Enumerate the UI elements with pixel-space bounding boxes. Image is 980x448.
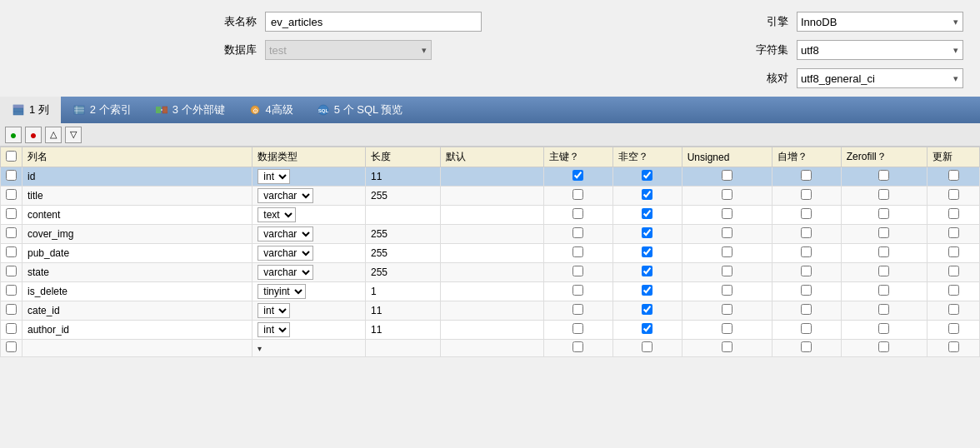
row-length-input[interactable] xyxy=(371,190,404,202)
row-primary-checkbox[interactable] xyxy=(572,189,583,200)
row-length-input[interactable] xyxy=(371,171,404,182)
row-default-input[interactable] xyxy=(446,305,496,316)
row-primary-checkbox[interactable] xyxy=(572,285,583,296)
row-notnull-checkbox[interactable] xyxy=(642,208,652,219)
row-notnull-checkbox[interactable] xyxy=(642,170,652,181)
row-type-select[interactable]: int xyxy=(258,169,290,184)
row-default-input[interactable] xyxy=(446,286,496,297)
row-autoincrement-checkbox[interactable] xyxy=(801,170,812,181)
row-autoincrement-checkbox[interactable] xyxy=(801,341,812,352)
move-down-button[interactable]: ▽ xyxy=(65,127,82,143)
row-default-input[interactable] xyxy=(446,266,496,278)
row-checkbox[interactable] xyxy=(6,285,17,296)
row-primary-checkbox[interactable] xyxy=(572,323,583,334)
row-primary-checkbox[interactable] xyxy=(572,304,583,315)
row-primary-checkbox[interactable] xyxy=(572,170,583,181)
row-checkbox[interactable] xyxy=(6,189,17,200)
row-unsigned-checkbox[interactable] xyxy=(722,208,732,219)
row-notnull-checkbox[interactable] xyxy=(642,227,652,238)
row-notnull-checkbox[interactable] xyxy=(642,246,652,257)
row-default-input[interactable] xyxy=(446,171,496,182)
row-length-input[interactable] xyxy=(371,305,404,316)
row-primary-checkbox[interactable] xyxy=(572,246,583,257)
row-name-input[interactable] xyxy=(28,228,247,240)
row-type-select[interactable]: tinyint xyxy=(258,284,306,299)
row-default-input[interactable] xyxy=(446,190,496,202)
row-default-input[interactable] xyxy=(446,342,496,354)
row-primary-checkbox[interactable] xyxy=(572,266,583,276)
row-zerofill-checkbox[interactable] xyxy=(878,208,889,219)
row-name-input[interactable] xyxy=(28,324,247,336)
row-unsigned-checkbox[interactable] xyxy=(722,227,732,238)
row-notnull-checkbox[interactable] xyxy=(642,285,652,296)
tab-indexes[interactable]: 2 个索引 xyxy=(61,97,143,123)
row-notnull-checkbox[interactable] xyxy=(642,189,652,200)
row-update-checkbox[interactable] xyxy=(948,266,959,276)
row-name-input[interactable] xyxy=(28,286,247,297)
row-update-checkbox[interactable] xyxy=(948,170,959,181)
row-default-input[interactable] xyxy=(446,228,496,240)
row-update-checkbox[interactable] xyxy=(948,341,959,352)
row-type-select[interactable]: int xyxy=(258,303,290,318)
row-default-input[interactable] xyxy=(446,247,496,259)
row-update-checkbox[interactable] xyxy=(948,323,959,334)
row-autoincrement-checkbox[interactable] xyxy=(801,208,812,219)
row-autoincrement-checkbox[interactable] xyxy=(801,285,812,296)
row-checkbox[interactable] xyxy=(6,341,17,352)
row-autoincrement-checkbox[interactable] xyxy=(801,246,812,257)
row-zerofill-checkbox[interactable] xyxy=(878,189,889,200)
row-name-input[interactable] xyxy=(28,247,247,259)
row-primary-checkbox[interactable] xyxy=(572,208,583,219)
row-unsigned-checkbox[interactable] xyxy=(722,170,732,181)
tab-foreign-keys[interactable]: 3 个外部键 xyxy=(143,97,237,123)
row-unsigned-checkbox[interactable] xyxy=(722,341,732,352)
row-type-select[interactable]: varchar xyxy=(258,246,313,261)
row-name-input[interactable] xyxy=(28,266,247,278)
row-autoincrement-checkbox[interactable] xyxy=(801,304,812,315)
row-unsigned-checkbox[interactable] xyxy=(722,285,732,296)
row-name-input[interactable] xyxy=(28,305,247,316)
tab-sql[interactable]: SQL 5 个 SQL 预览 xyxy=(305,97,415,123)
row-primary-checkbox[interactable] xyxy=(572,341,583,352)
collation-select[interactable]: utf8_general_ci utf8_unicode_ci xyxy=(797,68,963,88)
row-type-select[interactable]: varchar xyxy=(258,265,313,280)
row-length-input[interactable] xyxy=(371,247,404,259)
row-zerofill-checkbox[interactable] xyxy=(878,285,889,296)
select-all-checkbox[interactable] xyxy=(6,151,17,162)
row-checkbox[interactable] xyxy=(6,170,17,181)
row-unsigned-checkbox[interactable] xyxy=(722,266,732,276)
row-autoincrement-checkbox[interactable] xyxy=(801,266,812,276)
row-default-input[interactable] xyxy=(446,324,496,336)
row-checkbox[interactable] xyxy=(6,208,17,219)
row-zerofill-checkbox[interactable] xyxy=(878,227,889,238)
row-type-select[interactable]: text xyxy=(258,207,296,222)
row-notnull-checkbox[interactable] xyxy=(642,341,652,352)
row-checkbox[interactable] xyxy=(6,266,17,276)
row-primary-checkbox[interactable] xyxy=(572,227,583,238)
row-autoincrement-checkbox[interactable] xyxy=(801,189,812,200)
row-name-input[interactable] xyxy=(28,171,247,182)
row-update-checkbox[interactable] xyxy=(948,189,959,200)
row-length-input[interactable] xyxy=(371,266,404,278)
row-zerofill-checkbox[interactable] xyxy=(878,323,889,334)
row-zerofill-checkbox[interactable] xyxy=(878,246,889,257)
row-length-input[interactable] xyxy=(371,228,404,240)
row-notnull-checkbox[interactable] xyxy=(642,304,652,315)
row-checkbox[interactable] xyxy=(6,304,17,315)
row-unsigned-checkbox[interactable] xyxy=(722,304,732,315)
database-select[interactable]: test xyxy=(265,40,432,60)
row-zerofill-checkbox[interactable] xyxy=(878,266,889,276)
row-update-checkbox[interactable] xyxy=(948,208,959,219)
row-length-input[interactable] xyxy=(371,286,404,297)
row-name-input[interactable] xyxy=(28,209,247,221)
row-notnull-checkbox[interactable] xyxy=(642,266,652,276)
row-type-select[interactable]: int xyxy=(258,322,290,337)
row-type-select[interactable]: varchar xyxy=(258,226,313,241)
row-unsigned-checkbox[interactable] xyxy=(722,323,732,334)
row-zerofill-checkbox[interactable] xyxy=(878,341,889,352)
remove-row-button[interactable]: ● xyxy=(25,127,42,143)
row-checkbox[interactable] xyxy=(6,227,17,238)
row-autoincrement-checkbox[interactable] xyxy=(801,323,812,334)
move-up-button[interactable]: △ xyxy=(45,127,62,143)
table-name-input[interactable] xyxy=(265,12,482,32)
